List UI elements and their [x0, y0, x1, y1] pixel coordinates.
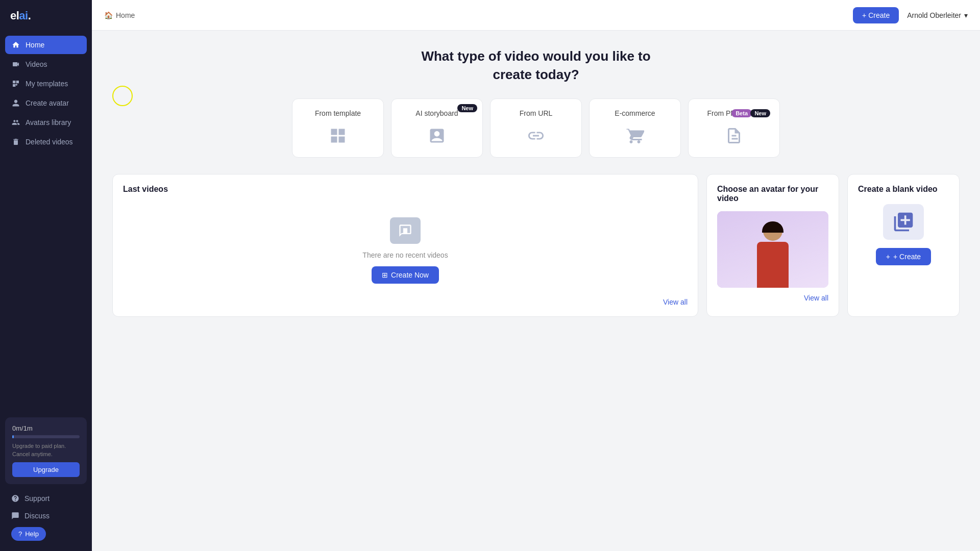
- sidebar-item-avatars-library[interactable]: Avatars library: [5, 113, 87, 132]
- bottom-panels: Last videos There are no recent videos ⊞…: [112, 174, 960, 317]
- sidebar-bottom: 0m/1m Upgrade to paid plan. Cancel anyti…: [0, 412, 92, 551]
- main-content: 🏠 Home + Create Arnold Oberleiter ▾ What…: [92, 0, 980, 551]
- deleted-videos-icon: [11, 137, 20, 146]
- usage-label: 0m/1m: [12, 424, 80, 432]
- videos-icon: [11, 60, 20, 69]
- header: 🏠 Home + Create Arnold Oberleiter ▾: [92, 0, 980, 31]
- sidebar: elai. Home Videos My templates Create av…: [0, 0, 92, 551]
- support-icon: [11, 494, 19, 503]
- usage-bar-fill: [12, 435, 14, 438]
- page-title: What type of video would you like tocrea…: [112, 47, 960, 84]
- ai-storyboard-badge: New: [457, 104, 477, 112]
- avatar-panel-title: Choose an avatar for your video: [717, 185, 828, 203]
- last-videos-title: Last videos: [123, 185, 688, 194]
- user-menu[interactable]: Arnold Oberleiter ▾: [907, 11, 968, 19]
- card-ai-storyboard[interactable]: New AI storyboard: [391, 98, 483, 158]
- sidebar-item-templates-label: My templates: [26, 80, 68, 88]
- sidebar-item-create-avatar[interactable]: Create avatar: [5, 94, 87, 112]
- header-right: + Create Arnold Oberleiter ▾: [853, 7, 968, 23]
- card-from-template[interactable]: From template: [292, 98, 384, 158]
- sidebar-item-discuss-label: Discuss: [24, 512, 50, 520]
- discuss-icon: [11, 512, 19, 520]
- from-template-icon: [327, 124, 349, 147]
- last-videos-view-all[interactable]: View all: [123, 298, 688, 306]
- content-area: What type of video would you like tocrea…: [92, 31, 980, 551]
- sidebar-item-deleted-videos[interactable]: Deleted videos: [5, 133, 87, 151]
- usage-desc: Upgrade to paid plan. Cancel anytime.: [12, 442, 80, 458]
- avatars-library-icon: [11, 118, 20, 127]
- breadcrumb: 🏠 Home: [104, 11, 135, 19]
- sidebar-item-support[interactable]: Support: [5, 490, 87, 507]
- last-videos-empty: There are no recent videos ⊞ Create Now: [123, 202, 688, 294]
- home-icon: [11, 40, 20, 49]
- video-placeholder-icon: [390, 217, 421, 244]
- templates-icon: [11, 79, 20, 88]
- sidebar-item-deleted-videos-label: Deleted videos: [26, 138, 73, 146]
- sidebar-item-my-templates[interactable]: My templates: [5, 74, 87, 93]
- sidebar-item-avatars-library-label: Avatars library: [26, 118, 71, 127]
- create-avatar-icon: [11, 98, 20, 108]
- usage-bar-bg: [12, 435, 80, 438]
- sidebar-item-discuss[interactable]: Discuss: [5, 508, 87, 524]
- video-types-row: From template New AI storyboard From URL: [112, 98, 960, 158]
- sidebar-item-home-label: Home: [26, 41, 44, 49]
- from-url-icon: [525, 124, 547, 147]
- avatar-preview: [717, 211, 828, 288]
- card-from-url-label: From URL: [520, 109, 553, 117]
- avatar-panel: Choose an avatar for your video View all: [706, 174, 839, 317]
- user-name: Arnold Oberleiter: [907, 11, 961, 19]
- upgrade-button[interactable]: Upgrade: [12, 462, 80, 477]
- beta-badge: Beta: [731, 109, 752, 117]
- create-now-icon: ⊞: [382, 271, 388, 279]
- last-videos-panel: Last videos There are no recent videos ⊞…: [112, 174, 698, 317]
- card-ai-storyboard-label: AI storyboard: [415, 109, 458, 117]
- usage-card: 0m/1m Upgrade to paid plan. Cancel anyti…: [5, 417, 87, 484]
- user-dropdown-icon: ▾: [964, 11, 968, 19]
- sidebar-item-videos[interactable]: Videos: [5, 55, 87, 73]
- help-icon: ?: [18, 530, 22, 538]
- sidebar-item-support-label: Support: [24, 494, 50, 503]
- blank-video-panel: Create a blank video + + Create: [847, 174, 960, 317]
- e-commerce-icon: [624, 124, 646, 147]
- header-create-button[interactable]: + Create: [853, 7, 899, 23]
- sidebar-nav: Home Videos My templates Create avatar A…: [0, 32, 92, 412]
- card-e-commerce-label: E-commerce: [615, 109, 655, 117]
- from-pptx-icon: [723, 124, 745, 147]
- new-badge-pptx: New: [750, 109, 770, 117]
- empty-text: There are no recent videos: [362, 251, 448, 259]
- card-e-commerce[interactable]: E-commerce: [589, 98, 681, 158]
- sidebar-item-videos-label: Videos: [26, 60, 47, 68]
- avatar-view-all[interactable]: View all: [717, 294, 828, 302]
- card-from-pptx-pdf[interactable]: Beta New From PPTX/PDF: [688, 98, 780, 158]
- blank-video-icon: [883, 204, 924, 240]
- home-breadcrumb-icon: 🏠: [104, 11, 113, 19]
- help-button[interactable]: ? Help: [11, 527, 46, 541]
- sidebar-item-home[interactable]: Home: [5, 36, 87, 54]
- create-blank-plus-icon: +: [886, 253, 890, 261]
- ai-storyboard-icon: [426, 124, 448, 147]
- card-from-url[interactable]: From URL: [490, 98, 582, 158]
- blank-video-title: Create a blank video: [858, 185, 949, 194]
- create-now-button[interactable]: ⊞ Create Now: [372, 266, 439, 284]
- app-logo: elai.: [0, 0, 92, 32]
- sidebar-item-create-avatar-label: Create avatar: [26, 99, 69, 107]
- create-blank-button[interactable]: + + Create: [876, 248, 931, 265]
- breadcrumb-text: Home: [116, 11, 135, 19]
- card-from-template-label: From template: [315, 109, 361, 117]
